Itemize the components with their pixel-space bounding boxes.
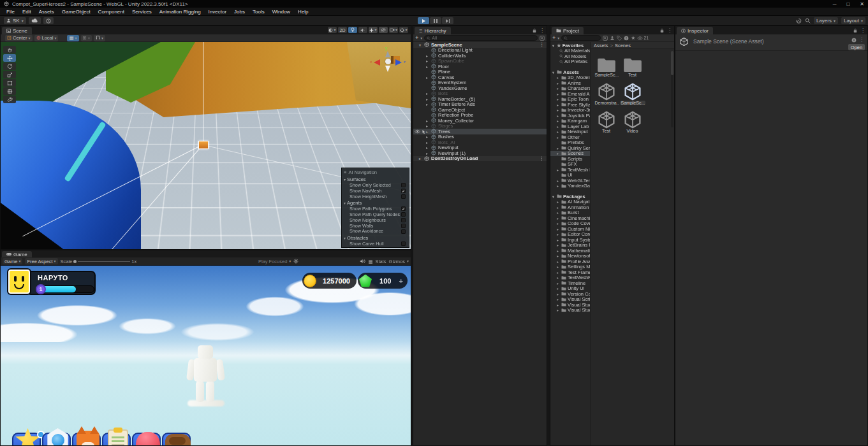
foldout-arrow-icon[interactable]: ▸ — [557, 275, 561, 280]
scene-viewport[interactable]: y x z ≡ AI Navigation ▾SurfacesShow Only… — [1, 42, 411, 249]
menu-assets[interactable]: Assets — [35, 9, 58, 15]
lock-icon[interactable] — [853, 28, 857, 33]
project-tree-row[interactable]: ▸Layer Lab — [550, 124, 590, 129]
search-in-folder-icon[interactable] — [603, 36, 608, 41]
hierarchy-row[interactable]: YandexGame — [413, 85, 547, 91]
step-button[interactable] — [442, 17, 453, 24]
project-tree-row[interactable]: ▾★Favorites — [550, 43, 590, 48]
foldout-arrow-icon[interactable]: ▸ — [426, 64, 431, 69]
gizmo-z-cone[interactable] — [395, 59, 402, 66]
hierarchy-search-input[interactable] — [432, 36, 535, 40]
inspector-menu-icon[interactable]: ⋮ — [860, 27, 865, 33]
project-tree-row[interactable]: Scripts — [550, 156, 590, 162]
search-icon[interactable] — [805, 18, 811, 24]
foldout-arrow-icon[interactable]: ▸ — [557, 270, 561, 275]
close-button[interactable]: ✕ — [860, 1, 864, 7]
grid-snap-dropdown[interactable]: ▾ — [94, 35, 105, 41]
breadcrumb-assets[interactable]: Assets — [594, 43, 608, 48]
foldout-arrow-icon[interactable]: ▸ — [557, 227, 561, 231]
grid-item[interactable]: Demonstra... — [593, 79, 619, 105]
hand-tool[interactable] — [3, 46, 16, 54]
checkbox[interactable] — [401, 229, 406, 234]
foldout-arrow-icon[interactable]: ▸ — [557, 124, 561, 129]
foldout-arrow-icon[interactable]: ▸ — [557, 308, 561, 312]
gizmo-center[interactable] — [385, 59, 391, 64]
open-button[interactable]: Open — [848, 44, 865, 50]
project-tree-row[interactable]: ▸Other — [550, 134, 590, 140]
project-tree-row[interactable]: ▸Anims — [550, 80, 590, 86]
hierarchy-row[interactable]: Directional Light — [413, 48, 547, 54]
foldout-arrow-icon[interactable]: ▸ — [426, 140, 431, 145]
play-button[interactable] — [418, 17, 429, 24]
search-by-type-icon[interactable] — [610, 36, 615, 41]
layers-dropdown[interactable]: Layers▾ — [814, 17, 838, 24]
menu-jobs[interactable]: Jobs — [230, 9, 249, 15]
checkbox[interactable] — [401, 194, 406, 199]
lighting-toggle[interactable] — [348, 27, 357, 33]
foldout-arrow-icon[interactable]: ▸ — [426, 124, 431, 128]
project-tree-row[interactable]: ▸Custom NU — [550, 226, 590, 232]
project-tree-row[interactable]: All Models — [550, 54, 590, 59]
hierarchy-row[interactable]: ▸NewInput (1) — [413, 150, 547, 156]
project-tree-row[interactable]: ▸Mathematic — [550, 248, 590, 254]
project-tree-row[interactable]: ▸Visual Studi — [550, 308, 590, 313]
hierarchy-row[interactable]: ▸Timer Before Ads — [413, 102, 547, 108]
foldout-arrow-icon[interactable]: ▸ — [426, 145, 431, 150]
menu-services[interactable]: Services — [128, 9, 156, 15]
foldout-arrow-icon[interactable]: ▸ — [426, 129, 431, 134]
aspect-dropdown[interactable]: Free Aspect▾ — [25, 258, 57, 264]
foldout-arrow-icon[interactable]: ▸ — [557, 210, 561, 215]
foldout-arrow-icon[interactable]: ▸ — [557, 151, 561, 155]
effects-dropdown[interactable]: ▾ — [369, 27, 378, 33]
gizmo-y-cone[interactable] — [385, 51, 390, 57]
foldout-arrow-icon[interactable]: ▸ — [557, 75, 561, 80]
checkbox[interactable] — [401, 218, 406, 222]
foldout-arrow-icon[interactable]: ▸ — [557, 205, 561, 210]
foldout-arrow-icon[interactable]: ▸ — [557, 129, 561, 134]
create-caret-icon[interactable]: ▾ — [557, 36, 559, 40]
tab-hierarchy[interactable]: ☰ Hierarchy — [415, 27, 451, 34]
checkbox[interactable] — [401, 224, 406, 228]
foldout-arrow-icon[interactable]: ▸ — [557, 86, 561, 90]
mute-audio-icon[interactable] — [360, 259, 365, 264]
project-tree-row[interactable]: SFX — [550, 162, 590, 168]
foldout-arrow-icon[interactable]: ▸ — [426, 54, 431, 58]
scene-orientation-gizmo[interactable]: y x z — [370, 46, 406, 79]
vsync-grid-icon[interactable]: ▦ — [368, 259, 372, 264]
grid-item[interactable]: SampleSc... — [593, 51, 619, 77]
help-icon[interactable] — [851, 38, 857, 43]
hierarchy-row[interactable]: EventSystem — [413, 80, 547, 86]
project-tree-row[interactable]: ▸Burst — [550, 210, 590, 216]
search-by-type-icon[interactable] — [540, 36, 545, 41]
alert-icon[interactable] — [624, 36, 629, 41]
foldout-arrow-icon[interactable]: ▸ — [557, 238, 561, 242]
asset-menu-icon[interactable]: ⋮ — [859, 37, 864, 43]
scale-tool[interactable] — [3, 71, 16, 78]
grid-item[interactable]: Test — [619, 51, 645, 77]
foldout-arrow-icon[interactable]: ▸ — [557, 264, 561, 269]
foldout-arrow-icon[interactable]: ▸ — [557, 232, 561, 236]
project-tree-row[interactable]: ▸Emerald AI — [550, 91, 590, 97]
emote-button-jelly[interactable] — [132, 433, 161, 445]
foldout-arrow-icon[interactable]: ▾ — [552, 43, 557, 48]
player-card[interactable]: НАРУТО 1 — [7, 268, 96, 297]
emote-button-clipboard[interactable] — [102, 433, 131, 445]
menu-invector[interactable]: Invector — [205, 9, 230, 15]
menu-window[interactable]: Window — [268, 9, 294, 15]
row-menu-icon[interactable]: ⋮ — [540, 42, 544, 47]
project-tree-row[interactable]: ▸Animation R — [550, 205, 590, 210]
project-tree-row[interactable]: ▸Unity UI — [550, 286, 590, 292]
game-viewport[interactable]: НАРУТО 1 1257000 100 + — [1, 266, 411, 445]
project-tree-row[interactable]: ▸AI Navigatio — [550, 199, 590, 205]
foldout-arrow-icon[interactable]: ▸ — [426, 91, 431, 96]
project-search-input[interactable] — [569, 36, 598, 40]
project-tree-row[interactable]: ▾Assets — [550, 69, 590, 75]
foldout-arrow-icon[interactable]: ▸ — [426, 75, 431, 80]
nav-section-obstacles[interactable]: ▾Obstacles — [342, 235, 409, 241]
menu-help[interactable]: Help — [294, 9, 312, 15]
tab-scene[interactable]: Scene — [2, 27, 32, 34]
foldout-arrow-icon[interactable]: ▾ — [552, 194, 557, 199]
project-tree-row[interactable]: ▸Visual Scrip — [550, 297, 590, 303]
project-tree-row[interactable]: Prefabs — [550, 140, 590, 146]
grid-visibility-dropdown[interactable]: ▦▾ — [67, 35, 78, 41]
